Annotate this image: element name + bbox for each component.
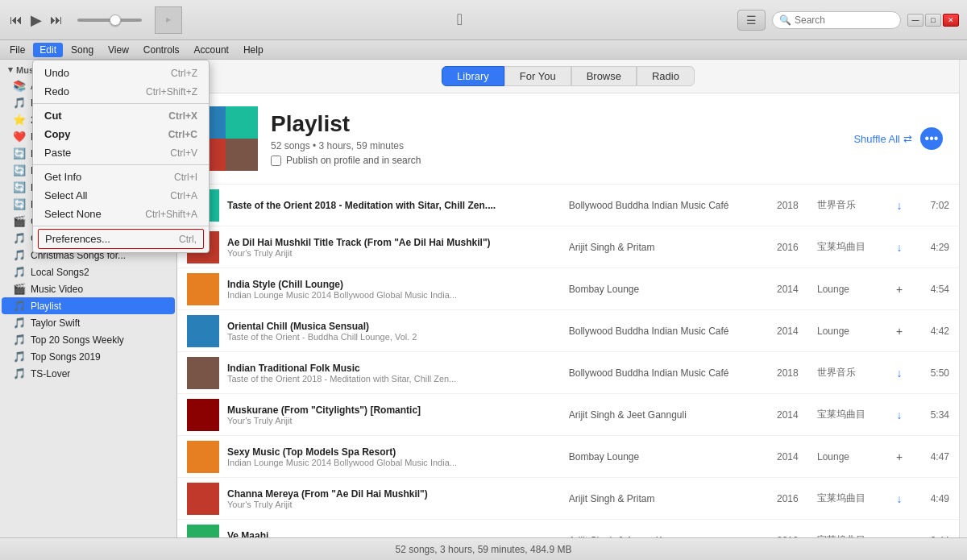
ts-lover-icon: 🎵 (13, 367, 26, 380)
get-info-shortcut: Ctrl+I (174, 172, 197, 183)
song-info: Ve Maahi Kesari (Original Motion Picture… (227, 530, 561, 538)
table-row: Taste of the Orient 2018 - Meditation wi… (177, 185, 959, 226)
menu-item-redo[interactable]: Redo Ctrl+Shift+Z (33, 82, 209, 101)
sidebar-item-label: Local Songs2 (31, 267, 89, 278)
sidebar-item-label: Playlist (31, 301, 61, 312)
volume-slider[interactable] (77, 19, 142, 22)
song-action[interactable]: ↓ (890, 241, 909, 254)
song-album: Your's Truly Arijit (227, 416, 561, 425)
scrollbar[interactable] (959, 60, 967, 537)
search-input[interactable] (795, 15, 894, 26)
apple-logo:  (457, 10, 463, 29)
menu-item-preferences[interactable]: Preferences... Ctrl, (38, 229, 204, 249)
song-year: 2014 (777, 409, 809, 421)
artwork-cell-4 (226, 139, 258, 171)
song-duration: 7:02 (917, 200, 949, 211)
audiobooks-icon: 📚 (13, 80, 26, 92)
nav-tabs: Library For You Browse Radio (177, 60, 959, 93)
menu-item-select-all[interactable]: Select All Ctrl+A (33, 186, 209, 205)
song-title: Oriental Chill (Musica Sensual) (227, 321, 561, 332)
song-genre: Lounge (817, 451, 882, 463)
song-artist: Arijit Singh & Jeet Gannguli (569, 409, 769, 421)
undo-shortcut: Ctrl+Z (171, 68, 197, 79)
song-action[interactable]: + (890, 450, 909, 463)
tab-browse[interactable]: Browse (571, 66, 637, 86)
sidebar-item-local-songs-2[interactable]: 🎵 Local Songs2 (2, 263, 175, 280)
table-row: Oriental Chill (Musica Sensual) Taste of… (177, 310, 959, 352)
sidebar-item-taylor-swift[interactable]: 🎵 Taylor Swift (2, 314, 175, 331)
playlist-publish: Publish on profile and in search (271, 155, 421, 166)
tab-radio[interactable]: Radio (637, 66, 695, 86)
taylor-swift-icon: 🎵 (13, 317, 26, 329)
song-action[interactable]: ↓ (890, 409, 909, 421)
menu-file[interactable]: File (3, 43, 31, 57)
edit-menu-dropdown: Undo Ctrl+Z Redo Ctrl+Shift+Z Cut Ctrl+X… (32, 60, 210, 253)
song-action[interactable]: ↓ (890, 199, 909, 212)
music-video-icon: 🎬 (13, 283, 26, 295)
song-action[interactable]: + (890, 325, 909, 338)
menu-help[interactable]: Help (237, 43, 270, 57)
menu-item-cut[interactable]: Cut Ctrl+X (33, 106, 209, 125)
menubar: File Edit Song View Controls Account Hel… (0, 40, 967, 60)
menu-item-copy[interactable]: Copy Ctrl+C (33, 125, 209, 143)
song-action[interactable]: ↓ (890, 492, 909, 505)
song-genre: 宝莱坞曲目 (817, 492, 882, 505)
more-button[interactable]: ••• (920, 127, 943, 150)
song-genre: 世界音乐 (817, 366, 882, 380)
song-year: 2014 (777, 451, 809, 463)
song-title: Taste of the Orient 2018 - Meditation wi… (227, 200, 561, 211)
song-artist: Bollywood Buddha Indian Music Café (569, 200, 769, 211)
cut-shortcut: Ctrl+X (168, 110, 197, 122)
top-songs-icon: ⭐ (13, 114, 26, 126)
close-button[interactable]: ✕ (943, 14, 959, 27)
song-title: India Style (Chill Lounge) (227, 279, 561, 290)
play-button[interactable]: ▶ (29, 10, 44, 31)
sidebar-item-ts-lover[interactable]: 🎵 TS-Lover (2, 365, 175, 382)
menu-controls[interactable]: Controls (137, 43, 186, 57)
top-2019-icon: 🎵 (13, 351, 26, 363)
publish-checkbox[interactable] (271, 156, 281, 166)
menu-item-get-info[interactable]: Get Info Ctrl+I (33, 168, 209, 186)
song-action[interactable]: ↓ (890, 367, 909, 380)
song-info: Channa Mereya (From "Ae Dil Hai Mushkil"… (227, 488, 561, 509)
shuffle-button[interactable]: Shuffle All ⇄ (853, 133, 912, 145)
menu-item-paste[interactable]: Paste Ctrl+V (33, 143, 209, 162)
sidebar-item-label: Taylor Swift (31, 317, 80, 329)
menu-item-undo[interactable]: Undo Ctrl+Z (33, 64, 209, 82)
song-year: 2014 (777, 284, 809, 295)
recently-played-icon: 🔄 (13, 181, 26, 193)
song-artist: Arijit Singh & Pritam (569, 493, 769, 504)
sidebar-item-music-video[interactable]: 🎬 Music Video (2, 280, 175, 297)
toolbar: ⏮ ▶ ⏭ ▶  ☰ 🔍 — □ ✕ (0, 0, 967, 40)
status-text: 52 songs, 3 hours, 59 minutes, 484.9 MB (396, 544, 572, 555)
menu-view[interactable]: View (102, 43, 135, 57)
sidebar-item-label: TS-Lover (31, 368, 70, 380)
tab-library[interactable]: Library (442, 66, 504, 86)
sidebar-item-top-songs-2019[interactable]: 🎵 Top Songs 2019 (2, 348, 175, 365)
sidebar-item-playlist[interactable]: 🎵 Playlist (2, 297, 175, 314)
prev-button[interactable]: ⏮ (8, 11, 24, 29)
publish-label: Publish on profile and in search (286, 155, 421, 166)
tab-for-you[interactable]: For You (504, 66, 571, 86)
playlist-icon: 🎵 (13, 300, 26, 312)
shuffle-icon: ⇄ (903, 133, 912, 145)
sidebar-item-top-20-songs[interactable]: 🎵 Top 20 Songs Weekly (2, 331, 175, 348)
song-thumbnail (187, 483, 219, 515)
song-thumbnail (187, 525, 219, 538)
maximize-button[interactable]: □ (925, 14, 941, 27)
select-none-shortcut: Ctrl+Shift+A (145, 209, 197, 220)
minimize-button[interactable]: — (907, 14, 923, 27)
song-action[interactable]: + (890, 283, 909, 296)
menu-edit[interactable]: Edit (33, 43, 63, 57)
menu-account[interactable]: Account (188, 43, 235, 57)
list-view-button[interactable]: ☰ (737, 10, 766, 31)
song-artist: Bollywood Buddha Indian Music Café (569, 326, 769, 337)
song-info: Taste of the Orient 2018 - Meditation wi… (227, 200, 561, 211)
menu-item-select-none[interactable]: Select None Ctrl+Shift+A (33, 205, 209, 223)
song-action[interactable]: + (890, 534, 909, 538)
next-button[interactable]: ⏭ (48, 11, 64, 29)
menu-song[interactable]: Song (64, 43, 100, 57)
toolbar-center:  (190, 10, 729, 29)
preferences-shortcut: Ctrl, (179, 234, 197, 245)
shuffle-label: Shuffle All (853, 133, 900, 145)
